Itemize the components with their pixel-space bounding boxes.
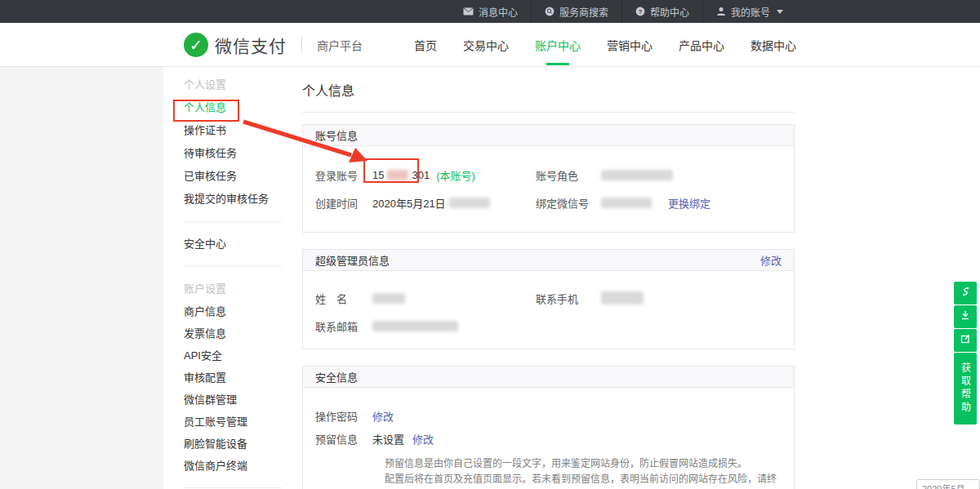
- floating-toolbar: 获取帮助: [954, 282, 977, 425]
- redacted-created-time: [449, 198, 490, 208]
- logo-text: 微信支付: [215, 33, 287, 57]
- message-icon: [463, 7, 474, 16]
- sidebar-item-reviewed-tasks[interactable]: 已审核任务: [163, 165, 282, 188]
- rebind-link[interactable]: 更换绑定: [668, 195, 710, 211]
- sidebar-item-wechat-group-mgmt[interactable]: 微信群管理: [163, 389, 282, 411]
- sidebar-divider: [184, 221, 282, 222]
- super-admin-card-title: 超级管理员信息: [315, 252, 390, 268]
- user-icon: [716, 7, 726, 16]
- login-account-value: 15 301 (本账号): [372, 167, 475, 183]
- nav-item-data-center[interactable]: 数据中心: [751, 32, 796, 58]
- security-info-card: 安全信息 操作密码 修改 预留信息 未设置 修改 预留信息是由你自己设置的一段文…: [302, 366, 795, 489]
- topbar-item-sp-search[interactable]: 服务商搜索: [531, 0, 621, 23]
- nav-item-product-center[interactable]: 产品中心: [679, 32, 724, 58]
- sidebar-item-personal-info[interactable]: 个人信息: [163, 96, 282, 119]
- sidebar-item-review-config[interactable]: 审核配置: [163, 367, 282, 389]
- redacted-wechat-id: [601, 198, 652, 208]
- site-header: ✓ 微信支付 商户平台 首页 交易中心 账户中心 营销中心 产品中心 数据中心: [0, 23, 980, 67]
- get-help-button[interactable]: 获取帮助: [954, 353, 977, 425]
- quick-link-button[interactable]: [954, 282, 977, 305]
- nav-item-home[interactable]: 首页: [414, 32, 437, 58]
- download-button[interactable]: [954, 305, 977, 328]
- topbar-item-label: 帮助中心: [650, 5, 689, 19]
- login-account-note: (本账号): [436, 167, 475, 183]
- redacted-login-middle: [387, 170, 408, 180]
- super-admin-card: 超级管理员信息 修改 姓 名 联系手机 联系邮箱: [302, 249, 795, 349]
- nav-item-marketing-center[interactable]: 营销中心: [607, 32, 653, 58]
- reserved-modify-link[interactable]: 修改: [412, 431, 434, 447]
- sidebar: 个人设置 个人信息 操作证书 待审核任务 已审核任务 我提交的审核任务 安全中心…: [163, 67, 282, 489]
- logo-separator: [301, 37, 302, 53]
- sidebar-group-personal-settings: 个人设置: [163, 73, 282, 96]
- page: 消息中心 服务商搜索 ? 帮助中心 我的账号: [0, 0, 980, 489]
- name-label: 姓 名: [315, 291, 372, 306]
- contact-phone-label: 联系手机: [536, 291, 601, 306]
- left-gutter: [0, 67, 163, 489]
- password-modify-link[interactable]: 修改: [372, 408, 394, 424]
- title-divider: [302, 112, 795, 113]
- download-icon: [960, 309, 971, 324]
- feedback-button[interactable]: [954, 329, 977, 352]
- sidebar-item-pending-review-tasks[interactable]: 待审核任务: [163, 142, 282, 165]
- created-time-label: 创建时间: [315, 195, 372, 211]
- link-icon: [960, 286, 971, 300]
- topbar-item-messages[interactable]: 消息中心: [450, 0, 531, 23]
- page-title: 个人信息: [302, 80, 795, 100]
- nav-item-transaction-center[interactable]: 交易中心: [463, 32, 509, 58]
- sidebar-item-api-security[interactable]: API安全: [163, 345, 282, 367]
- main-nav: 首页 交易中心 账户中心 营销中心 产品中心 数据中心: [414, 32, 796, 58]
- redacted-name: [372, 293, 405, 304]
- svg-text:?: ?: [639, 8, 643, 16]
- sidebar-item-wechat-merchant-terminal[interactable]: 微信商户终端: [163, 455, 282, 477]
- sidebar-item-face-smart-device[interactable]: 刷脸智能设备: [163, 433, 282, 455]
- main-content: 个人信息 账号信息 登录账号 15 301 (本账号): [302, 67, 795, 489]
- admin-modify-link[interactable]: 修改: [760, 252, 782, 268]
- account-role-label: 账号角色: [536, 167, 601, 183]
- topbar-item-label: 服务商搜索: [559, 5, 608, 19]
- sidebar-divider: [184, 487, 282, 488]
- reserved-info-label: 预留信息: [315, 431, 372, 447]
- topbar-item-label: 我的账号: [731, 5, 770, 19]
- created-time-value: 2020年5月21日: [372, 195, 490, 211]
- sidebar-item-operation-certificate[interactable]: 操作证书: [163, 119, 282, 142]
- help-icon: ?: [635, 7, 645, 16]
- sidebar-item-invoice-info[interactable]: 发票信息: [163, 322, 282, 345]
- operation-password-label: 操作密码: [315, 408, 372, 424]
- topbar-item-label: 消息中心: [479, 5, 518, 19]
- topbar: 消息中心 服务商搜索 ? 帮助中心 我的账号: [0, 0, 980, 23]
- search-icon: [545, 7, 555, 16]
- security-info-card-title: 安全信息: [315, 369, 358, 385]
- wechat-pay-logo-icon: ✓: [184, 33, 208, 57]
- account-info-card: 账号信息 登录账号 15 301 (本账号) 账号角色: [302, 124, 795, 233]
- chevron-down-icon: [777, 10, 783, 14]
- contact-email-label: 联系邮箱: [315, 318, 372, 334]
- login-account-label: 登录账号: [315, 167, 372, 183]
- sidebar-item-staff-account-mgmt[interactable]: 员工账号管理: [163, 411, 282, 433]
- wechat-pay-logo[interactable]: ✓ 微信支付 商户平台: [184, 33, 363, 57]
- portal-label: 商户平台: [317, 37, 363, 53]
- redacted-email: [372, 321, 458, 331]
- sidebar-divider: [184, 266, 282, 267]
- reserved-info-description: 预留信息是由你自己设置的一段文字，用来鉴定网站身份，防止假冒网站造成损失。 配置…: [385, 456, 782, 489]
- date-tooltip: 2020年5月22日: [916, 479, 980, 489]
- topbar-item-my-account[interactable]: 我的账号: [702, 0, 796, 23]
- sidebar-item-my-submitted-tasks[interactable]: 我提交的审核任务: [163, 188, 282, 211]
- bound-wechat-label: 绑定微信号: [536, 195, 601, 211]
- reserved-info-value: 未设置: [372, 431, 404, 447]
- sidebar-group-account-settings: 账户设置: [163, 278, 282, 300]
- sidebar-item-security-center[interactable]: 安全中心: [163, 233, 282, 256]
- redacted-phone: [601, 291, 644, 305]
- redacted-account-role: [601, 170, 673, 180]
- topbar-item-help[interactable]: ? 帮助中心: [621, 0, 702, 23]
- sidebar-item-merchant-info[interactable]: 商户信息: [163, 300, 282, 322]
- nav-item-account-center[interactable]: 账户中心: [535, 32, 581, 58]
- account-info-card-title: 账号信息: [315, 127, 358, 143]
- edit-icon: [960, 333, 971, 348]
